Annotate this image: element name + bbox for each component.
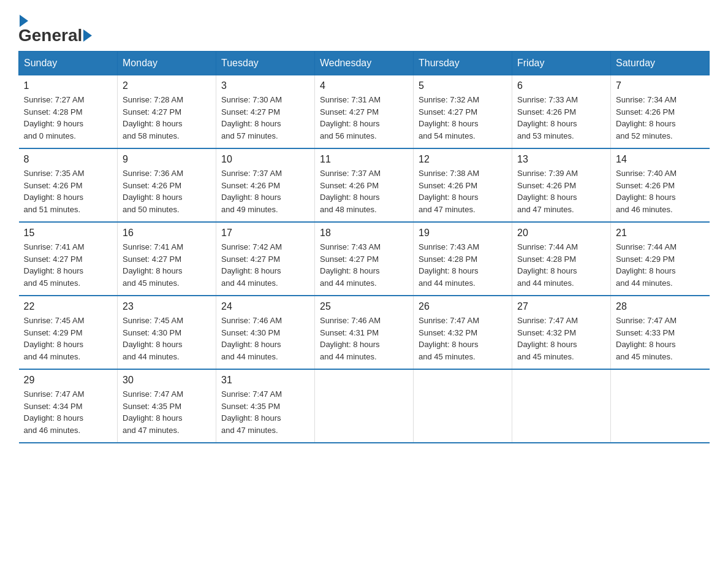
day-number: 17 [221,228,309,239]
day-info: Sunrise: 7:37 AM Sunset: 4:26 PM Dayligh… [221,167,309,215]
calendar-cell: 22Sunrise: 7:45 AM Sunset: 4:29 PM Dayli… [19,296,118,369]
page-header: General [18,12,710,45]
calendar-cell: 20Sunrise: 7:44 AM Sunset: 4:28 PM Dayli… [512,222,611,296]
day-number: 29 [24,375,113,386]
day-number: 12 [419,154,507,165]
day-number: 20 [517,228,605,239]
day-info: Sunrise: 7:33 AM Sunset: 4:26 PM Dayligh… [517,94,605,142]
day-number: 2 [123,80,211,91]
calendar-cell: 28Sunrise: 7:47 AM Sunset: 4:33 PM Dayli… [611,296,710,369]
day-number: 6 [517,80,605,91]
day-number: 10 [221,154,309,165]
calendar-header-sunday: Sunday [19,52,118,75]
day-info: Sunrise: 7:40 AM Sunset: 4:26 PM Dayligh… [616,167,705,215]
calendar-cell: 13Sunrise: 7:39 AM Sunset: 4:26 PM Dayli… [512,148,611,222]
day-info: Sunrise: 7:46 AM Sunset: 4:30 PM Dayligh… [221,315,309,362]
day-info: Sunrise: 7:39 AM Sunset: 4:26 PM Dayligh… [517,167,605,215]
day-info: Sunrise: 7:47 AM Sunset: 4:32 PM Dayligh… [419,315,507,362]
day-info: Sunrise: 7:28 AM Sunset: 4:27 PM Dayligh… [123,94,211,142]
day-number: 31 [221,375,309,386]
day-info: Sunrise: 7:42 AM Sunset: 4:27 PM Dayligh… [221,241,309,289]
calendar-cell: 26Sunrise: 7:47 AM Sunset: 4:32 PM Dayli… [414,296,512,369]
day-info: Sunrise: 7:27 AM Sunset: 4:28 PM Dayligh… [24,94,113,142]
calendar-cell: 15Sunrise: 7:41 AM Sunset: 4:27 PM Dayli… [19,222,118,296]
day-number: 11 [320,154,408,165]
day-number: 30 [123,375,211,386]
day-number: 1 [24,80,113,91]
day-info: Sunrise: 7:46 AM Sunset: 4:31 PM Dayligh… [320,315,408,362]
calendar-cell: 12Sunrise: 7:38 AM Sunset: 4:26 PM Dayli… [414,148,512,222]
calendar-cell: 27Sunrise: 7:47 AM Sunset: 4:32 PM Dayli… [512,296,611,369]
day-info: Sunrise: 7:44 AM Sunset: 4:29 PM Dayligh… [616,241,705,289]
calendar-cell [512,369,611,443]
day-number: 23 [123,301,211,312]
day-info: Sunrise: 7:47 AM Sunset: 4:34 PM Dayligh… [24,388,113,436]
day-info: Sunrise: 7:44 AM Sunset: 4:28 PM Dayligh… [517,241,605,289]
day-number: 5 [419,80,507,91]
day-number: 19 [419,228,507,239]
day-number: 9 [123,154,211,165]
day-number: 27 [517,301,605,312]
calendar-cell: 25Sunrise: 7:46 AM Sunset: 4:31 PM Dayli… [315,296,414,369]
calendar-cell: 6Sunrise: 7:33 AM Sunset: 4:26 PM Daylig… [512,75,611,149]
calendar-cell: 10Sunrise: 7:37 AM Sunset: 4:26 PM Dayli… [216,148,315,222]
day-number: 8 [24,154,113,165]
calendar-header-tuesday: Tuesday [216,52,315,75]
logo-triangle-icon [20,15,28,27]
day-info: Sunrise: 7:31 AM Sunset: 4:27 PM Dayligh… [320,94,408,142]
calendar-cell: 23Sunrise: 7:45 AM Sunset: 4:30 PM Dayli… [118,296,216,369]
logo-general-text2: General [18,26,82,45]
calendar-cell: 19Sunrise: 7:43 AM Sunset: 4:28 PM Dayli… [414,222,512,296]
day-info: Sunrise: 7:47 AM Sunset: 4:32 PM Dayligh… [517,315,605,362]
calendar-header-row: SundayMondayTuesdayWednesdayThursdayFrid… [19,52,710,75]
day-number: 26 [419,301,507,312]
calendar-table: SundayMondayTuesdayWednesdayThursdayFrid… [18,51,710,443]
day-info: Sunrise: 7:34 AM Sunset: 4:26 PM Dayligh… [616,94,705,142]
calendar-cell: 24Sunrise: 7:46 AM Sunset: 4:30 PM Dayli… [216,296,315,369]
day-info: Sunrise: 7:47 AM Sunset: 4:35 PM Dayligh… [221,388,309,436]
day-info: Sunrise: 7:45 AM Sunset: 4:30 PM Dayligh… [123,315,211,362]
day-info: Sunrise: 7:35 AM Sunset: 4:26 PM Dayligh… [24,167,113,215]
day-number: 24 [221,301,309,312]
calendar-cell: 17Sunrise: 7:42 AM Sunset: 4:27 PM Dayli… [216,222,315,296]
day-number: 14 [616,154,705,165]
logo: General [18,12,92,45]
day-number: 21 [616,228,705,239]
calendar-header-wednesday: Wednesday [315,52,414,75]
calendar-cell: 31Sunrise: 7:47 AM Sunset: 4:35 PM Dayli… [216,369,315,443]
calendar-week-row: 8Sunrise: 7:35 AM Sunset: 4:26 PM Daylig… [19,148,710,222]
calendar-cell: 14Sunrise: 7:40 AM Sunset: 4:26 PM Dayli… [611,148,710,222]
day-number: 15 [24,228,113,239]
calendar-cell: 9Sunrise: 7:36 AM Sunset: 4:26 PM Daylig… [118,148,216,222]
calendar-week-row: 15Sunrise: 7:41 AM Sunset: 4:27 PM Dayli… [19,222,710,296]
calendar-cell: 5Sunrise: 7:32 AM Sunset: 4:27 PM Daylig… [414,75,512,149]
calendar-cell: 11Sunrise: 7:37 AM Sunset: 4:26 PM Dayli… [315,148,414,222]
calendar-header-saturday: Saturday [611,52,710,75]
day-info: Sunrise: 7:32 AM Sunset: 4:27 PM Dayligh… [419,94,507,142]
day-number: 22 [24,301,113,312]
day-number: 25 [320,301,408,312]
day-number: 13 [517,154,605,165]
calendar-cell [611,369,710,443]
day-info: Sunrise: 7:47 AM Sunset: 4:35 PM Dayligh… [123,388,211,436]
day-info: Sunrise: 7:43 AM Sunset: 4:27 PM Dayligh… [320,241,408,289]
day-number: 18 [320,228,408,239]
calendar-week-row: 1Sunrise: 7:27 AM Sunset: 4:28 PM Daylig… [19,75,710,149]
calendar-cell: 21Sunrise: 7:44 AM Sunset: 4:29 PM Dayli… [611,222,710,296]
day-number: 7 [616,80,705,91]
calendar-cell: 18Sunrise: 7:43 AM Sunset: 4:27 PM Dayli… [315,222,414,296]
calendar-cell: 3Sunrise: 7:30 AM Sunset: 4:27 PM Daylig… [216,75,315,149]
day-info: Sunrise: 7:47 AM Sunset: 4:33 PM Dayligh… [616,315,705,362]
calendar-cell [414,369,512,443]
day-number: 28 [616,301,705,312]
calendar-cell [315,369,414,443]
day-info: Sunrise: 7:36 AM Sunset: 4:26 PM Dayligh… [123,167,211,215]
calendar-header-thursday: Thursday [414,52,512,75]
calendar-week-row: 29Sunrise: 7:47 AM Sunset: 4:34 PM Dayli… [19,369,710,443]
day-info: Sunrise: 7:41 AM Sunset: 4:27 PM Dayligh… [24,241,113,289]
day-info: Sunrise: 7:41 AM Sunset: 4:27 PM Dayligh… [123,241,211,289]
day-number: 16 [123,228,211,239]
calendar-cell: 30Sunrise: 7:47 AM Sunset: 4:35 PM Dayli… [118,369,216,443]
day-info: Sunrise: 7:38 AM Sunset: 4:26 PM Dayligh… [419,167,507,215]
calendar-header-friday: Friday [512,52,611,75]
